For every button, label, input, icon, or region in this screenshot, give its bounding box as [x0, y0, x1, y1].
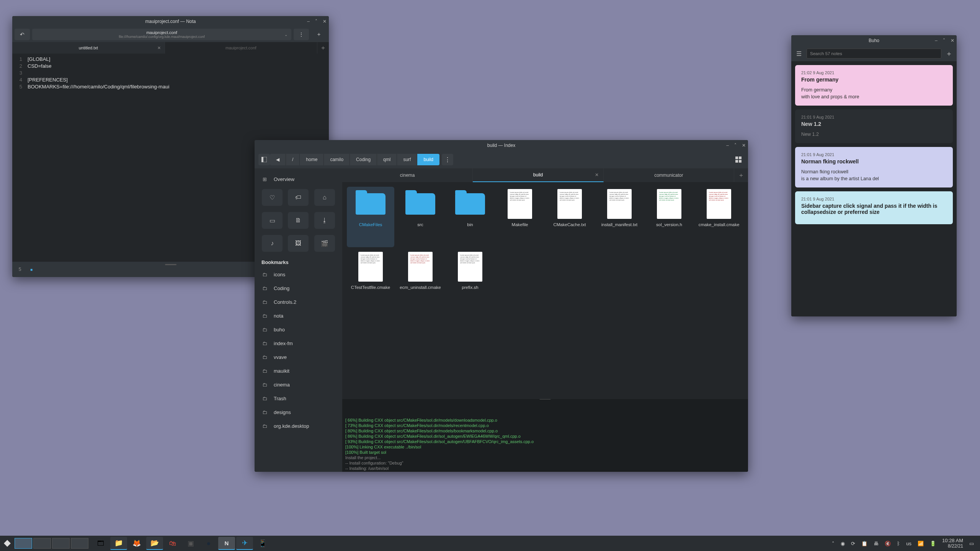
media-icon[interactable]: ◉ — [841, 541, 845, 546]
view-mode-button[interactable] — [733, 154, 744, 165]
terminal-drag-handle[interactable] — [539, 399, 551, 399]
home-button[interactable]: ⌂ — [314, 189, 335, 206]
file-item[interactable]: Lorem ipsum dolor sit amet consec adip e… — [695, 187, 743, 247]
files-app-icon[interactable]: 📁 — [110, 537, 127, 550]
file-item[interactable]: Lorem ipsum dolor sit amet consec adip e… — [645, 187, 693, 247]
virtual-desktop[interactable] — [15, 538, 32, 549]
file-dropdown[interactable]: mauiproject.conf file:///home/camilo/.co… — [32, 29, 291, 40]
bookmark-item[interactable]: 🗀cinema — [257, 378, 340, 391]
close-icon[interactable]: ✕ — [742, 143, 746, 148]
embedded-terminal[interactable]: [ 66%] Building CXX object src/CMakeFile… — [342, 399, 748, 472]
nota-app-icon[interactable]: N — [218, 537, 235, 550]
favorites-button[interactable]: ♡ — [262, 189, 283, 206]
maximize-icon[interactable]: ˄ — [734, 143, 737, 148]
firefox-icon[interactable]: 🦊 — [128, 537, 145, 550]
kde-connect-icon[interactable]: 📱 — [254, 537, 271, 550]
file-item[interactable]: CMakeFiles — [347, 187, 394, 247]
videos-button[interactable]: 🎬 — [314, 235, 335, 252]
show-desktop-button[interactable]: ▭ — [969, 541, 974, 546]
file-item[interactable]: Lorem ipsum dolor sit amet consec adip e… — [397, 249, 444, 310]
hamburger-icon[interactable]: ☰ — [794, 50, 804, 57]
minimize-icon[interactable]: – — [307, 19, 310, 24]
file-item[interactable]: Lorem ipsum dolor sit amet consec adip e… — [546, 187, 593, 247]
new-tab-button[interactable]: ＋ — [311, 29, 327, 40]
drag-handle[interactable] — [165, 264, 176, 265]
sidebar-toggle-button[interactable] — [258, 154, 270, 165]
software-center-icon[interactable]: 🛍 — [164, 537, 181, 550]
file-item[interactable]: Lorem ipsum dolor sit amet consec adip e… — [347, 249, 394, 310]
tab-close-icon[interactable]: ✕ — [595, 172, 599, 178]
add-note-button[interactable]: ＋ — [944, 49, 954, 58]
tab-add-button[interactable]: ＋ — [317, 42, 329, 54]
bookmark-item[interactable]: 🗀mauikit — [257, 364, 340, 378]
buho-titlebar[interactable]: Buho – ˄ ✕ — [791, 35, 957, 46]
updates-icon[interactable]: ⟳ — [851, 541, 855, 546]
bookmark-item[interactable]: 🗀vvave — [257, 350, 340, 364]
desktop-button[interactable]: ▭ — [262, 212, 283, 229]
kebab-menu-button[interactable]: ⋮ — [294, 29, 309, 40]
keyboard-layout[interactable]: us — [906, 541, 911, 546]
bookmark-item[interactable]: 🗀index-fm — [257, 336, 340, 350]
bookmark-item[interactable]: 🗀designs — [257, 405, 340, 419]
bookmark-item[interactable]: 🗀Trash — [257, 391, 340, 405]
folder-tab-add[interactable]: ＋ — [734, 168, 748, 182]
music-button[interactable]: ♪ — [262, 235, 283, 252]
bookmark-item[interactable]: 🗀nota — [257, 309, 340, 323]
bookmark-item[interactable]: 🗀org.kde.desktop — [257, 419, 340, 433]
note-card[interactable]: 21:01 9 Aug 2021New 1.2New 1.2 — [795, 109, 953, 143]
folder-tab[interactable]: cinema — [342, 168, 473, 182]
folder-tab[interactable]: communicator — [604, 168, 734, 182]
path-segment[interactable]: surf — [397, 154, 417, 165]
path-segment[interactable]: Coding — [350, 154, 377, 165]
documents-button[interactable]: 🗎 — [288, 212, 309, 229]
close-icon[interactable]: ✕ — [323, 19, 327, 24]
path-segment[interactable]: camilo — [324, 154, 350, 165]
dolphin-icon[interactable]: 📂 — [146, 537, 163, 550]
minimize-icon[interactable]: – — [726, 143, 729, 148]
tab-close-icon[interactable]: ✕ — [157, 46, 161, 51]
file-grid[interactable]: CMakeFilessrcbinLorem ipsum dolor sit am… — [342, 182, 748, 399]
bookmark-item[interactable]: 🗀Coding — [257, 281, 340, 295]
editor-tab[interactable]: untitled.txt ✕ — [12, 42, 165, 54]
bookmark-item[interactable]: 🗀buho — [257, 323, 340, 336]
show-desktop-icon[interactable]: 🗔 — [92, 537, 109, 550]
tray-expand-icon[interactable]: ˄ — [832, 541, 835, 546]
file-item[interactable]: Lorem ipsum dolor sit amet consec adip e… — [596, 187, 643, 247]
bluetooth-icon[interactable]: ᛒ — [897, 541, 900, 546]
steam-icon[interactable]: ● — [200, 537, 217, 550]
virtual-desktop[interactable] — [71, 538, 88, 549]
path-segment[interactable]: / — [286, 154, 300, 165]
clipboard-icon[interactable]: 📋 — [861, 541, 867, 546]
notes-list[interactable]: 21:02 9 Aug 2021From germanyFrom germany… — [791, 61, 957, 316]
sidebar-overview[interactable]: ⊞ Overview — [257, 172, 340, 186]
path-segment[interactable]: build — [417, 154, 439, 165]
path-segment[interactable]: ◀ — [270, 154, 286, 165]
minimize-icon[interactable]: – — [935, 38, 938, 43]
virtual-desktop[interactable] — [52, 538, 70, 549]
file-item[interactable]: bin — [446, 187, 494, 247]
note-card[interactable]: 21:01 9 Aug 2021Sidebar capture click si… — [795, 191, 953, 224]
wifi-icon[interactable]: 📶 — [918, 541, 924, 546]
note-card[interactable]: 21:02 9 Aug 2021From germanyFrom germany… — [795, 65, 953, 106]
printer-icon[interactable]: 🖶 — [874, 541, 879, 546]
clock[interactable]: 10:28 AM 8/22/21 — [942, 538, 963, 549]
path-segment[interactable]: home — [300, 154, 324, 165]
search-input[interactable]: Search 57 notes — [807, 49, 941, 59]
start-menu-button[interactable] — [2, 538, 12, 548]
bookmark-item[interactable]: 🗀Controls.2 — [257, 295, 340, 309]
telegram-icon[interactable]: ✈ — [236, 537, 253, 550]
close-icon[interactable]: ✕ — [951, 38, 954, 43]
editor-tab[interactable]: mauiproject.conf — [165, 42, 318, 54]
index-titlebar[interactable]: build — Index – ˄ ✕ — [255, 140, 748, 151]
maximize-icon[interactable]: ˄ — [943, 38, 945, 43]
undo-button[interactable]: ↶ — [15, 29, 30, 40]
bookmark-item[interactable]: 🗀icons — [257, 267, 340, 281]
folder-tab[interactable]: build✕ — [473, 168, 603, 182]
tags-button[interactable]: 🏷 — [288, 189, 309, 206]
note-card[interactable]: 21:01 9 Aug 2021Norman fking rockwellNor… — [795, 147, 953, 187]
volume-icon[interactable]: 🔇 — [885, 541, 891, 546]
code-content[interactable]: [GLOBAL] CSD=false [PREFERENCES] BOOKMAR… — [28, 56, 169, 262]
file-item[interactable]: Lorem ipsum dolor sit amet consec adip e… — [446, 249, 494, 310]
maximize-icon[interactable]: ˄ — [315, 19, 317, 24]
kebab-menu-button[interactable]: ⋮ — [442, 154, 453, 165]
